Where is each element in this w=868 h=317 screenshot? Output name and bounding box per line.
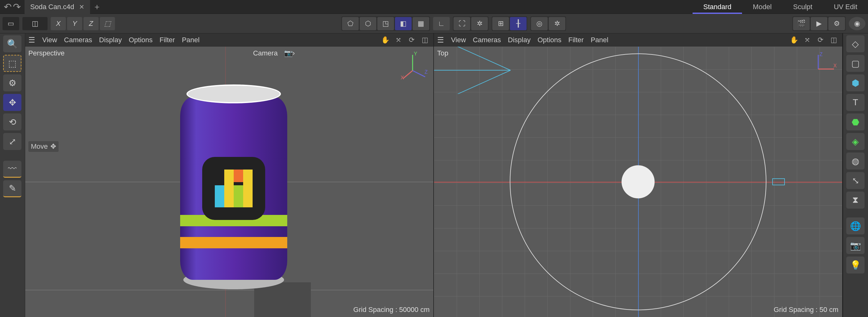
soda-can-object[interactable] [180,84,287,289]
vp-menu-panel[interactable]: Panel [182,36,199,44]
grid-line [25,290,433,290]
subdiv-object-button[interactable]: ◇ [846,35,865,52]
vp-menu-display[interactable]: Display [99,36,122,44]
layout-standard[interactable]: Standard [692,0,742,14]
axis-z-toggle[interactable]: Z [84,17,99,30]
vp-menu-display[interactable]: Display [508,36,531,44]
primitive-cube-button[interactable]: ⬢ [846,75,865,91]
asset-browser-button[interactable]: ◫ [22,17,48,30]
svg-text:X: X [401,75,404,80]
axis-gizmo[interactable]: Y Z X [400,52,428,80]
pan-icon[interactable]: ✋ [380,35,391,46]
history-button[interactable]: ▭ [2,17,19,30]
soft-settings-button[interactable]: ✲ [549,17,565,30]
vp-menu-panel[interactable]: Panel [591,36,608,44]
deformer-button[interactable]: ◍ [846,152,865,170]
viewport-label: Perspective [28,49,65,57]
object-top[interactable] [622,166,655,199]
dolly-icon[interactable]: ⤧ [393,35,404,46]
snap-settings-button[interactable]: ✲ [471,17,488,30]
orbit-icon[interactable]: ⟳ [815,35,826,46]
move-icon: ✥ [51,142,56,151]
axis-gizmo[interactable]: Z X [809,52,837,80]
viewport-menu-icon[interactable]: ☰ [437,36,444,45]
soft-select-button[interactable]: ◎ [531,17,548,30]
camera-object[interactable] [772,178,785,185]
vp-gouraud-button[interactable]: ◧ [395,17,412,30]
viewport-top[interactable]: Top Z X Grid Spacing : 50 cm [434,47,842,317]
camera-label: Camera [253,49,277,57]
scale-tool[interactable]: ⤢ [3,133,22,150]
viewport-menu-icon[interactable]: ☰ [28,36,35,45]
add-tab-button[interactable]: ＋ [90,1,104,12]
magnet-button[interactable]: ⛶ [454,17,470,30]
can-top [186,84,281,103]
sym-button[interactable]: ⧗ [846,192,865,209]
light-button[interactable]: 💡 [846,257,865,273]
close-icon[interactable]: ✕ [79,3,84,11]
viewport-perspective[interactable]: Perspective Camera 📷› Move✥ [25,47,433,317]
camera-button[interactable]: 📷 [846,237,865,254]
coord-system-button[interactable]: ⬚ [100,17,115,30]
rotate-tool[interactable]: ⟲ [3,113,22,131]
search-button[interactable]: 🔍 [3,35,22,52]
workplane-button[interactable]: ∟ [433,17,450,30]
viewport-label: Top [437,49,448,57]
can-logo [202,157,265,220]
layout-model[interactable]: Model [742,0,782,14]
vp-menu-view[interactable]: View [42,36,57,44]
environment-button[interactable]: 🌐 [846,218,865,234]
volume-button[interactable]: ◈ [846,133,865,150]
square-button[interactable]: ▢ [846,55,865,72]
brush-tool[interactable]: 〰 [3,161,22,178]
field-button[interactable]: ⤡ [846,172,865,189]
spline-tool[interactable]: ✎ [3,180,22,197]
undo-icon[interactable]: ↶ [4,1,12,12]
svg-line-2 [403,70,412,79]
live-select-tool[interactable]: ⬚ [3,55,22,72]
vp-menu-options[interactable]: Options [538,36,562,44]
svg-text:Z: Z [425,69,428,75]
can-body [180,97,287,280]
vp-solo-button[interactable]: ⬠ [342,17,359,30]
vp-menu-filter[interactable]: Filter [568,36,584,44]
maximize-icon[interactable]: ◫ [828,35,839,46]
render-region-button[interactable]: ◉ [849,17,866,30]
vp-menu-filter[interactable]: Filter [160,36,175,44]
layout-sculpt[interactable]: Sculpt [782,0,823,14]
vp-box-button[interactable]: ◳ [377,17,394,30]
svg-text:Y: Y [414,52,417,56]
render-settings-button[interactable]: ⚙ [828,17,845,30]
dolly-icon[interactable]: ⤧ [802,35,812,46]
grid-snap-button[interactable]: ⊞ [492,17,509,30]
maximize-icon[interactable]: ◫ [420,35,430,46]
redo-icon[interactable]: ↷ [13,1,21,12]
document-tab[interactable]: Soda Can.c4d ✕ [25,0,90,14]
render-view-button[interactable]: 🎬 [793,17,810,30]
settings-tool[interactable]: ⚙ [3,75,22,91]
vp-menu-cameras[interactable]: Cameras [64,36,92,44]
axis-y-toggle[interactable]: Y [67,17,82,30]
tab-title: Soda Can.c4d [30,3,74,11]
vp-menu-options[interactable]: Options [129,36,153,44]
vp-menu-view[interactable]: View [451,36,466,44]
svg-text:Z: Z [819,52,823,57]
grid-spacing-label: Grid Spacing : 50 cm [774,306,838,314]
axis-x-toggle[interactable]: X [51,17,66,30]
vp-menu-cameras[interactable]: Cameras [473,36,501,44]
camera-icon[interactable]: 📷› [284,49,295,57]
text-object-button[interactable]: T [846,94,865,111]
guide-snap-button[interactable]: ╂ [510,17,527,30]
orbit-icon[interactable]: ⟳ [406,35,417,46]
active-tool-label: Move✥ [28,141,59,152]
can-stripe-orange [180,237,287,248]
move-tool[interactable]: ✥ [3,94,22,111]
grid-spacing-label: Grid Spacing : 50000 cm [353,306,430,314]
svg-text:X: X [833,63,837,68]
pan-icon[interactable]: ✋ [788,35,799,46]
vp-wire-button[interactable]: ▦ [412,17,429,30]
mograph-button[interactable]: ⬣ [846,113,865,131]
layout-uvedit[interactable]: UV Edit [823,0,868,14]
vp-isoline-button[interactable]: ⬡ [360,17,376,30]
render-pic-button[interactable]: ▶ [811,17,827,30]
